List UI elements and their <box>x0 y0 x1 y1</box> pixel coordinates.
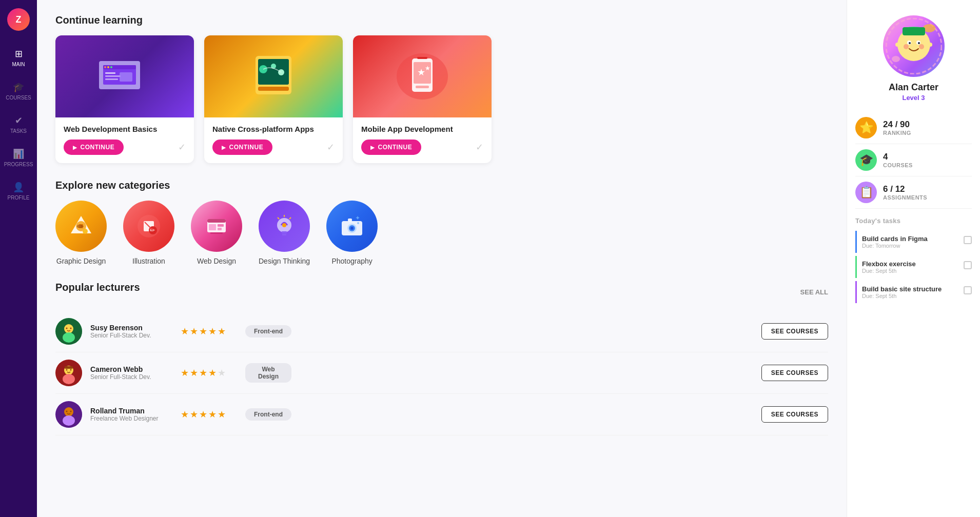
task-name-structure: Build basic site structure <box>862 285 959 293</box>
svg-point-83 <box>928 43 932 47</box>
category-photography[interactable]: ✦ Photography <box>326 201 378 265</box>
sidebar-item-courses[interactable]: 🎓 COURSES <box>0 74 37 108</box>
category-web-design[interactable]: Web Design <box>191 201 242 265</box>
svg-point-62 <box>70 369 72 371</box>
web-design-label: Web Design <box>197 257 236 265</box>
see-courses-susy-button[interactable]: SEE COURSES <box>761 323 828 340</box>
web-card-thumb <box>55 35 194 117</box>
svg-rect-9 <box>120 72 132 82</box>
play-icon-3: ▶ <box>370 145 375 150</box>
svg-text:✦: ✦ <box>355 214 360 222</box>
web-continue-button[interactable]: ▶ CONTINUE <box>64 140 124 155</box>
lecturer-role-rolland: Freelance Web Designer <box>90 415 172 422</box>
native-card-footer: ▶ CONTINUE ✓ <box>212 140 335 155</box>
svg-rect-37 <box>218 228 222 230</box>
task-checkbox-structure[interactable] <box>964 286 972 294</box>
profile-level: Level 3 <box>902 94 925 102</box>
svg-point-78 <box>909 42 911 44</box>
illustration-icon: ✏ <box>123 201 174 252</box>
continue-learning-title: Continue learning <box>55 14 828 26</box>
lecturer-info-susy: Susy Berenson Senior Full-Stack Dev. <box>90 324 172 339</box>
play-icon-2: ▶ <box>222 145 226 150</box>
svg-text:★: ★ <box>425 65 430 72</box>
category-graphic-design[interactable]: ✏ Graphic Design <box>55 201 107 265</box>
svg-point-67 <box>66 411 68 412</box>
svg-point-55 <box>63 332 75 343</box>
lecturer-info-rolland: Rolland Truman Freelance Web Designer <box>90 407 172 422</box>
native-continue-button[interactable]: ▶ CONTINUE <box>212 140 272 155</box>
svg-rect-6 <box>105 72 115 74</box>
svg-text:✏: ✏ <box>77 222 84 231</box>
lecturer-name-rolland: Rolland Truman <box>90 407 172 415</box>
course-card-mobile: ★ ★ Mobile App Development ▶ CONTINUE ✓ <box>353 35 492 163</box>
main-content: Continue learning <box>37 0 847 517</box>
svg-point-5 <box>110 66 112 68</box>
sidebar-item-main[interactable]: ⊞ MAIN <box>0 41 37 74</box>
continue-learning-section: Continue learning <box>55 14 828 163</box>
design-thinking-label: Design Thinking <box>259 257 310 265</box>
assignments-stat: 📋 6 / 12 ASSIGNMENTS <box>855 176 972 209</box>
tasks-title: Today's tasks <box>855 217 972 225</box>
design-thinking-icon <box>259 201 310 252</box>
web-design-icon <box>191 201 242 252</box>
svg-point-79 <box>918 42 920 44</box>
stars-susy: ★ ★ ★ ★ ★ <box>181 326 237 337</box>
task-item-structure: Build basic site structure Due: Sept 5th <box>855 281 972 303</box>
task-name-flexbox: Flexbox exercise <box>862 260 959 268</box>
lecturer-name-cameron: Cameron Webb <box>90 365 172 373</box>
profile-icon: 👤 <box>13 182 24 193</box>
courses-icon: 🎓 <box>13 82 24 93</box>
tag-cameron: Web Design <box>245 363 291 383</box>
task-checkbox-figma[interactable] <box>964 236 972 244</box>
native-card-title: Native Cross-platform Apps <box>212 125 335 133</box>
web-card-title: Web Development Basics <box>64 125 186 133</box>
courses-count: 4 <box>883 152 913 162</box>
avatar-cameron <box>55 360 82 386</box>
web-card-body: Web Development Basics ▶ CONTINUE ✓ <box>55 117 194 163</box>
lecturer-row-rolland: Rolland Truman Freelance Web Designer ★ … <box>55 394 828 435</box>
category-illustration[interactable]: ✏ Illustration <box>123 201 174 265</box>
tasks-icon: ✔ <box>15 115 23 126</box>
ranking-value: 24 / 90 <box>883 120 911 130</box>
task-item-flexbox: Flexbox exercise Due: Sept 5th <box>855 256 972 278</box>
courses-stat-label: COURSES <box>883 162 913 168</box>
lecturer-role-cameron: Senior Full-Stack Dev. <box>90 373 172 381</box>
assignments-icon: 📋 <box>855 182 877 203</box>
task-item-figma: Build cards in Figma Due: Tomorrow <box>855 231 972 253</box>
profile-name: Alan Carter <box>889 82 938 93</box>
ranking-info: 24 / 90 RANKING <box>883 120 911 136</box>
svg-rect-38 <box>210 232 223 234</box>
task-name-figma: Build cards in Figma <box>862 235 959 243</box>
check-icon: ✓ <box>178 142 186 153</box>
category-design-thinking[interactable]: Design Thinking <box>259 201 310 265</box>
see-courses-rolland-button[interactable]: SEE COURSES <box>761 406 828 423</box>
svg-line-43 <box>278 217 279 219</box>
svg-point-51 <box>357 222 359 224</box>
task-checkbox-flexbox[interactable] <box>964 261 972 269</box>
sidebar-item-tasks[interactable]: ✔ TASKS <box>0 108 37 141</box>
tasks-section: Today's tasks Build cards in Figma Due: … <box>855 217 972 306</box>
lecturers-title: Popular lecturers <box>55 282 140 293</box>
assignments-value: 6 / 12 <box>883 184 927 194</box>
svg-point-4 <box>107 66 109 68</box>
native-card-body: Native Cross-platform Apps ▶ CONTINUE ✓ <box>204 117 343 163</box>
see-all-link[interactable]: SEE ALL <box>800 288 828 296</box>
svg-rect-20 <box>416 86 429 88</box>
see-courses-cameron-button[interactable]: SEE COURSES <box>761 365 828 381</box>
svg-point-54 <box>64 324 73 333</box>
right-panel: Alan Carter Level 3 ⭐ 24 / 90 RANKING 🎓 … <box>847 0 980 517</box>
svg-rect-34 <box>207 219 226 223</box>
mobile-continue-button[interactable]: ▶ CONTINUE <box>361 140 421 155</box>
sidebar-item-progress[interactable]: 📊 PROGRESS <box>0 141 37 174</box>
explore-section: Explore new categories ✏ Graphic Design <box>55 180 828 265</box>
svg-point-40 <box>282 223 286 227</box>
sidebar-item-profile[interactable]: 👤 PROFILE <box>0 174 37 208</box>
svg-point-71 <box>892 56 900 62</box>
lecturers-header: Popular lecturers SEE ALL <box>55 282 828 303</box>
courses-stat-icon: 🎓 <box>855 149 877 171</box>
mobile-card-title: Mobile App Development <box>361 125 483 133</box>
tag-susy: Front-end <box>245 325 291 337</box>
svg-point-61 <box>66 369 68 371</box>
svg-rect-44 <box>282 231 287 233</box>
svg-rect-8 <box>105 78 118 80</box>
